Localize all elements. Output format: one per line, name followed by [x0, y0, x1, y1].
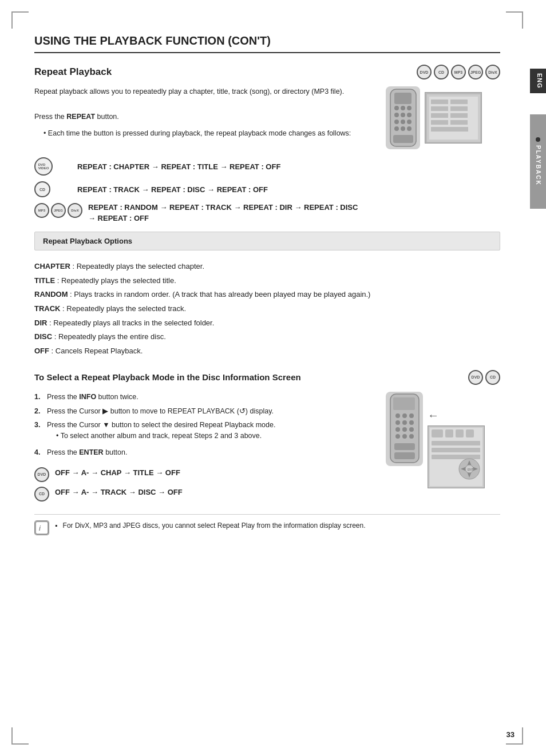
svg-text:ENT: ENT: [468, 468, 473, 471]
svg-rect-44: [432, 429, 443, 437]
svg-rect-58: [35, 522, 48, 534]
note-bullet: ▪: [55, 522, 57, 530]
svg-point-39: [409, 434, 414, 439]
mp3-repeat-text: REPEAT : RANDOM → REPEAT : TRACK → REPEA…: [88, 203, 500, 212]
svg-rect-20: [450, 106, 468, 111]
svg-point-5: [394, 113, 399, 117]
main-content: USING THE PLAYBACK FUNCTION (CON'T) Repe…: [34, 34, 517, 535]
option-random: RANDOM : Plays tracks in random order. (…: [34, 288, 500, 302]
mp3-icon: MP3: [451, 65, 466, 79]
cd-repeat-text: REPEAT : TRACK → REPEAT : DISC → REPEAT …: [77, 185, 268, 194]
svg-point-3: [401, 106, 405, 110]
svg-point-34: [395, 427, 400, 432]
svg-rect-21: [431, 113, 448, 118]
svg-rect-14: [393, 135, 413, 143]
svg-rect-18: [450, 100, 468, 104]
svg-point-13: [407, 126, 412, 131]
svg-rect-24: [450, 120, 468, 125]
corner-decoration-bl: [11, 727, 29, 745]
select-dvd-flow: OFF → A- → CHAP → TITLE → OFF: [55, 468, 180, 477]
step-3-bullet: To select another album and track, repea…: [56, 431, 275, 441]
disc-icon-group: DVD CD MP3 JPEG DivX: [417, 65, 500, 79]
page-number: 33: [507, 730, 515, 739]
dvd-icon-group: DVDVIDEO: [34, 157, 72, 176]
svg-rect-48: [432, 441, 480, 445]
option-off: OFF : Cancels Repeat Playback.: [34, 344, 500, 359]
svg-point-30: [409, 413, 414, 418]
svg-point-29: [402, 413, 407, 418]
svg-point-33: [409, 420, 414, 425]
select-section-heading: To Select a Repeat Playback Mode in the …: [34, 370, 500, 385]
svg-point-8: [394, 120, 399, 124]
section-title: USING THE PLAYBACK FUNCTION (CON'T): [34, 34, 500, 53]
cd-repeat-icon: CD: [34, 181, 50, 197]
playback-tab: PLAYBACK: [530, 114, 546, 209]
svg-rect-17: [431, 100, 448, 104]
svg-point-11: [394, 126, 399, 131]
select-dvd-icon: DVD: [468, 370, 483, 385]
mp3-icon-group-repeat: MP3 JPEG DivX: [34, 203, 82, 218]
option-track: TRACK : Repeatedly plays the selected tr…: [34, 302, 500, 316]
select-image-area: ←: [386, 392, 500, 508]
bullet1: Each time the button is pressed during p…: [43, 128, 377, 139]
option-disc: DISC : Repeatedly plays the entire disc.: [34, 330, 500, 344]
svg-rect-45: [445, 429, 453, 437]
dvd-repeat-row: DVDVIDEO REPEAT : CHAPTER → REPEAT : TIT…: [34, 157, 500, 176]
options-list: CHAPTER : Repeatedly plays the selected …: [34, 260, 500, 359]
dvd-icon: DVD: [417, 65, 432, 79]
select-flow-rows: DVD OFF → A- → CHAP → TITLE → OFF CD OFF…: [34, 467, 377, 502]
dvd-video-icon: DVDVIDEO: [34, 157, 53, 176]
select-screen-area: ←: [428, 392, 485, 488]
repeat-playback-heading: Repeat Playback DVD CD MP3 JPEG DivX: [34, 65, 500, 79]
desc2: Press the REPEAT button.: [34, 112, 377, 122]
option-chapter: CHAPTER : Repeatedly plays the selected …: [34, 260, 500, 274]
mp3-repeat-text-area: REPEAT : RANDOM → REPEAT : TRACK → REPEA…: [88, 203, 500, 222]
svg-rect-50: [432, 455, 480, 459]
repeat-description-text: Repeat playback allows you to repeatedly…: [34, 86, 377, 149]
svg-rect-40: [394, 443, 415, 450]
screen-image: [425, 92, 482, 144]
svg-rect-46: [456, 429, 464, 437]
svg-point-7: [407, 113, 412, 117]
note-box: i ▪ For DivX, MP3 and JPEG discs, you ca…: [34, 514, 500, 535]
svg-rect-49: [432, 448, 480, 452]
repeat-modes: DVDVIDEO REPEAT : CHAPTER → REPEAT : TIT…: [34, 157, 500, 222]
svg-point-10: [407, 120, 412, 124]
svg-point-32: [402, 420, 407, 425]
option-dir: DIR : Repeatedly plays all tracks in the…: [34, 316, 500, 331]
svg-rect-27: [393, 397, 415, 410]
select-cd-flow: OFF → A- → TRACK → DISC → OFF: [55, 488, 183, 496]
svg-point-35: [402, 427, 407, 432]
step-4: 4. Press the ENTER button.: [34, 447, 377, 458]
mp3-repeat-row: MP3 JPEG DivX REPEAT : RANDOM → REPEAT :…: [34, 203, 500, 222]
svg-rect-1: [394, 93, 412, 104]
note-text: For DivX, MP3 and JPEG discs, you cannot…: [63, 522, 366, 530]
remote-image: [386, 86, 420, 149]
select-cd-flow-icon: CD: [34, 487, 49, 502]
svg-point-36: [409, 427, 414, 432]
svg-rect-22: [450, 113, 468, 118]
svg-rect-25: [431, 127, 468, 132]
svg-point-12: [401, 126, 405, 131]
svg-point-31: [395, 420, 400, 425]
jpeg-icon: JPEG: [468, 65, 483, 79]
select-dvd-flow-icon: DVD: [34, 467, 49, 482]
svg-point-4: [407, 106, 412, 110]
steps-area: 1. Press the INFO button twice. 2. Press…: [34, 392, 500, 508]
svg-point-2: [394, 106, 399, 110]
select-cd-icon: CD: [485, 370, 500, 385]
steps-list: 1. Press the INFO button twice. 2. Press…: [34, 392, 377, 508]
cd-icon-group-repeat: CD: [34, 181, 72, 197]
corner-decoration-tl: [11, 11, 29, 29]
svg-point-38: [402, 434, 407, 439]
dvd-repeat-text: REPEAT : CHAPTER → REPEAT : TITLE → REPE…: [77, 162, 280, 171]
mp3-repeat-off: → REPEAT : OFF: [88, 214, 500, 222]
mp3-repeat-icon: MP3: [34, 203, 49, 218]
option-title: TITLE : Repeatedly plays the selected ti…: [34, 274, 500, 288]
jpeg-repeat-icon: JPEG: [51, 203, 66, 218]
arrow-icon: ←: [428, 409, 485, 422]
select-cd-row: CD OFF → A- → TRACK → DISC → OFF: [34, 487, 377, 502]
desc1: Repeat playback allows you to repeatedly…: [34, 86, 377, 97]
divx-repeat-icon: DivX: [68, 203, 82, 218]
repeat-description-area: Repeat playback allows you to repeatedly…: [34, 86, 500, 149]
